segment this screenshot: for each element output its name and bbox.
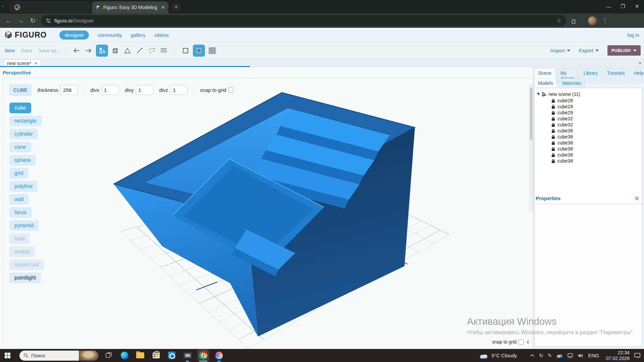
tree-item[interactable]: cube38	[551, 140, 642, 146]
task-view-button[interactable]	[103, 349, 114, 361]
weather-widget[interactable]: 5°C Cloudy	[479, 352, 517, 359]
window-minimize-button[interactable]: —	[602, 0, 616, 13]
paint-button[interactable]	[213, 349, 225, 361]
rotation-lock-icon[interactable]: ↻	[539, 353, 543, 359]
tab-help[interactable]: Help	[630, 68, 644, 83]
browser-reload-icon[interactable]: ↻	[27, 17, 39, 24]
tray-expand-icon[interactable]	[530, 354, 535, 357]
export-dropdown[interactable]: Export	[579, 48, 599, 53]
login-link[interactable]: log in	[627, 32, 639, 38]
scrollbar-thumb[interactable]	[530, 87, 532, 140]
textured-mode-icon[interactable]	[207, 46, 217, 56]
browser-tab-figuro[interactable]: Figuro: Easy 3D Modeling Onlin ✕	[92, 1, 168, 13]
nav-designer[interactable]: designer	[59, 31, 89, 40]
nav-gallery[interactable]: gallery	[131, 32, 146, 38]
shape-button-wall[interactable]: wall	[9, 194, 29, 205]
cube-tool-icon[interactable]	[110, 46, 120, 56]
tree-item[interactable]: cube38	[551, 134, 642, 140]
window-close-button[interactable]: ✕	[630, 0, 644, 13]
tree-item[interactable]: cube32	[551, 122, 642, 128]
tab-models[interactable]: Models	[534, 78, 557, 87]
edge-button[interactable]	[119, 349, 130, 361]
redo-button[interactable]	[84, 46, 94, 56]
viewport-canvas[interactable]	[0, 67, 529, 349]
tab-search-chevron-icon[interactable]: ⌄	[1, 3, 4, 8]
onedrive-icon[interactable]: i	[556, 353, 563, 358]
network-icon[interactable]	[567, 353, 573, 358]
shape-button-rectangle[interactable]: rectangle	[9, 116, 42, 126]
save-as-button[interactable]: Save as...	[38, 48, 61, 53]
tab-overflow-indicator[interactable]: »	[639, 60, 641, 65]
browser-menu-icon[interactable]: ⋮	[602, 17, 608, 24]
browser-back-icon[interactable]: ←	[3, 17, 15, 24]
shape-button-pointlight[interactable]: pointlight	[9, 273, 41, 283]
shape-button-cylinder[interactable]: cylinder	[9, 129, 38, 139]
scene-tab-close-icon[interactable]: ✕	[34, 61, 37, 66]
url-field[interactable]: figuro.io/Designer ☆	[41, 15, 566, 26]
select-shapes-tool-button[interactable]	[96, 45, 108, 57]
screen-app-button[interactable]	[182, 349, 193, 361]
notification-center-icon[interactable]	[634, 353, 641, 358]
shape-button-pyramid[interactable]: pyramid	[9, 220, 39, 231]
shape-button-grid[interactable]: grid	[9, 168, 29, 179]
new-tab-button[interactable]: +	[172, 3, 180, 11]
shape-button-sphere[interactable]: sphere	[9, 155, 36, 166]
properties-header[interactable]: Properties	[534, 195, 642, 201]
volume-icon[interactable]	[578, 353, 584, 358]
save-button[interactable]: Save	[21, 48, 32, 53]
tree-item[interactable]: cube38	[551, 128, 642, 134]
start-button[interactable]	[0, 349, 15, 362]
chrome-button[interactable]	[198, 349, 209, 361]
ms-store-button[interactable]	[150, 349, 162, 361]
search-highlight-image[interactable]	[79, 351, 98, 361]
wave-lines-icon[interactable]	[159, 46, 169, 56]
shape-button-polyline[interactable]: polyline	[9, 181, 38, 192]
view-mode-label[interactable]: Perspective	[3, 70, 31, 75]
shape-button-round-roof[interactable]: round roof	[9, 259, 44, 270]
nav-community[interactable]: community	[98, 32, 122, 38]
divy-input[interactable]	[136, 85, 153, 95]
shape-button-wedge[interactable]: wedge	[9, 246, 35, 257]
extensions-icon[interactable]	[571, 18, 577, 24]
tree-item[interactable]: cube32	[551, 116, 642, 122]
solid-mode-button[interactable]	[193, 45, 205, 57]
tree-expander-icon[interactable]	[537, 93, 539, 96]
tree-root-row[interactable]: new scene (11)	[537, 92, 642, 97]
tab-tutorials[interactable]: Tutorials	[603, 68, 629, 83]
tree-item[interactable]: cube38	[551, 146, 642, 152]
publish-button[interactable]: PUBLISH	[607, 45, 641, 56]
browser-forward-icon[interactable]: →	[15, 17, 27, 24]
window-restore-button[interactable]: ❐	[616, 0, 630, 13]
snap-to-grid-bottom-checkbox[interactable]	[519, 340, 524, 345]
figuro-brand[interactable]: FIGURO	[4, 31, 47, 40]
new-button[interactable]: New	[5, 48, 15, 53]
points-tool-icon[interactable]	[147, 46, 157, 56]
collapse-chevrons-icon[interactable]	[634, 196, 640, 201]
cone-tool-icon[interactable]	[122, 46, 132, 56]
tree-item[interactable]: cube38	[551, 152, 642, 158]
tab-materials[interactable]: Materials	[558, 78, 585, 87]
line-tool-icon[interactable]	[135, 46, 145, 56]
wireframe-mode-icon[interactable]	[180, 46, 191, 56]
shape-button-torus[interactable]: torus	[9, 207, 32, 218]
thickness-input[interactable]	[60, 85, 78, 95]
bookmark-star-icon[interactable]: ☆	[556, 17, 561, 24]
taskbar-search[interactable]: Поиск	[19, 351, 98, 361]
file-explorer-button[interactable]	[135, 349, 146, 361]
shape-button-tube[interactable]: tube	[9, 233, 30, 244]
browser-tab-blank[interactable]	[9, 2, 90, 12]
snap-to-grid-checkbox[interactable]	[228, 87, 233, 93]
profile-avatar[interactable]	[588, 16, 597, 25]
divz-input[interactable]	[170, 85, 187, 95]
site-settings-icon[interactable]	[46, 18, 51, 23]
tree-item[interactable]: cube28	[551, 98, 642, 104]
undo-button[interactable]	[71, 46, 82, 56]
language-indicator[interactable]: ENG	[588, 353, 599, 358]
tree-item[interactable]: cube29	[551, 104, 642, 110]
outlook-button[interactable]	[166, 349, 177, 361]
tab-close-icon[interactable]: ✕	[161, 5, 165, 10]
tree-item[interactable]: cube38	[551, 158, 642, 164]
nav-videos[interactable]: videos	[154, 32, 169, 38]
shape-button-cube[interactable]: cube	[9, 103, 31, 113]
divx-input[interactable]	[101, 85, 119, 95]
